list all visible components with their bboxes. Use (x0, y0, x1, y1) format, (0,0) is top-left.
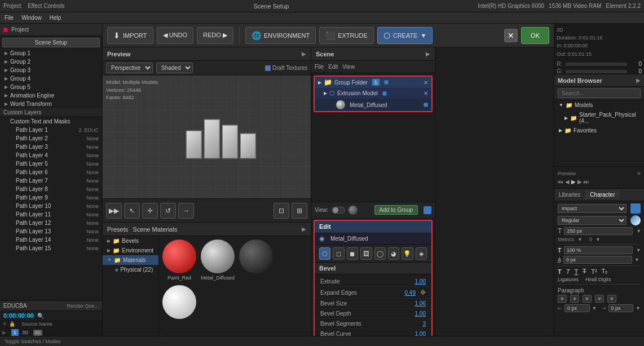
add-tool[interactable]: ✛ (142, 203, 158, 219)
play-button[interactable]: ▶▶ (106, 203, 122, 219)
mb-favorites-folder[interactable]: ▶ 📁 Favorites (554, 126, 644, 135)
bold-btn[interactable]: T (558, 268, 562, 275)
scene-view-menu[interactable]: View (342, 64, 355, 70)
material-type-btn[interactable]: ◻ (333, 247, 344, 260)
prev-frame-icon[interactable]: ◀ (565, 179, 570, 185)
h-scale-arrow-icon[interactable]: ▼ (636, 247, 641, 253)
align-justify-btn[interactable]: ≡ (595, 295, 604, 303)
search-icon[interactable]: 🔍 (37, 313, 44, 319)
path-layer-10[interactable]: Path Layer 10 None (0, 202, 102, 210)
skip-start-icon[interactable]: ⏮ (558, 179, 563, 185)
perspective-dropdown[interactable]: Perspective (106, 63, 153, 73)
scene-file-menu[interactable]: File (315, 64, 324, 70)
create-button[interactable]: ⬡ CREATE ▼ (377, 27, 433, 44)
indent-r-arrow-icon[interactable]: ▼ (636, 305, 641, 311)
bevel-icon-btn[interactable]: ⬡ (319, 247, 330, 260)
environment-button[interactable]: 🌐 ENVIRONMENT (245, 27, 316, 44)
materials-expand-icon[interactable]: ▶ (302, 226, 306, 232)
material-metal-diffused[interactable]: Metal_Diffused (201, 239, 235, 281)
play-icon[interactable]: ▶ (571, 179, 576, 185)
font-size-input[interactable] (564, 227, 633, 235)
shaded-dropdown[interactable]: Shaded (156, 63, 193, 73)
align-left-btn[interactable]: ≡ (558, 295, 567, 303)
superscript-btn[interactable]: T² (591, 268, 597, 275)
path-layer-1[interactable]: Path Layer 1 2. EDUC (0, 126, 102, 134)
ligatures-btn[interactable]: Ligatures (558, 277, 579, 282)
tree-animation-engine[interactable]: ▶ Animation Engine (0, 91, 102, 100)
view-toggle[interactable] (332, 207, 345, 214)
custom-layers-header[interactable]: Custom Layers (0, 108, 102, 117)
scene-setup-button[interactable]: Scene Setup (2, 38, 100, 47)
metrics-arrow-icon[interactable]: ▼ (577, 237, 583, 242)
underline-btn[interactable]: T (574, 268, 578, 275)
redo-button[interactable]: REDO ▶ (197, 27, 233, 44)
libraries-tab[interactable]: Libraries (554, 190, 585, 199)
sphere-btn[interactable]: ◯ (374, 247, 386, 260)
lamp-btn[interactable]: 💡 (402, 247, 413, 260)
scene-expand-icon[interactable]: ▶ (426, 51, 430, 57)
material-white[interactable] (162, 285, 196, 321)
ok-button[interactable]: OK (521, 27, 549, 44)
zero-arrow-icon[interactable]: ▼ (596, 237, 601, 242)
align-right-btn[interactable]: ≡ (583, 295, 592, 303)
strikethrough-btn[interactable]: T̶ (583, 268, 586, 275)
light-btn[interactable]: ◕ (388, 247, 399, 260)
material-paint-red[interactable]: Paint_Red (162, 239, 196, 281)
texture-btn[interactable]: ◼ (347, 247, 358, 260)
baseline-input[interactable] (563, 256, 632, 264)
tree-custom-text-masks[interactable]: Custom Text and Masks (0, 117, 102, 126)
metal-diffused-row[interactable]: Metal_Diffused (315, 99, 431, 111)
grid-view-btn[interactable]: ⊡ (274, 203, 289, 219)
baseline-arrow-icon[interactable]: ▼ (634, 257, 639, 263)
group-folder-row[interactable]: ▶ 📁 Group Folder 1 ✕ (315, 77, 431, 88)
font-family-select[interactable]: Impact (558, 204, 627, 213)
path-layer-3[interactable]: Path Layer 3 None (0, 143, 102, 151)
preset-physical[interactable]: ■ Physical (22) (103, 265, 158, 274)
preview-expand-icon[interactable]: ▶ (302, 51, 306, 57)
layout-btn[interactable]: ⊞ (292, 203, 307, 219)
subscript-btn[interactable]: T₂ (602, 268, 608, 275)
font-size-arrow-icon[interactable]: ▼ (636, 228, 641, 234)
next-frame-icon[interactable]: ▶ (577, 179, 582, 185)
tree-group4[interactable]: ▶ Group 4 (0, 74, 102, 83)
horizontal-scale-input[interactable] (564, 246, 633, 254)
indent-left-input[interactable] (564, 304, 590, 312)
tree-group3[interactable]: ▶ Group 3 (0, 66, 102, 74)
extrude-button[interactable]: ⬛ EXTRUDE (319, 27, 374, 44)
extrusion-model-row[interactable]: ▶ ⬡ Extrusion Model ✕ (315, 88, 431, 99)
model-browser-expand-icon[interactable]: ▶ (636, 77, 641, 83)
import-button[interactable]: ⬇ IMPORT (107, 27, 153, 44)
draft-textures-check[interactable]: Draft Textures (265, 65, 307, 71)
undo-button[interactable]: ◀ UNDO (157, 27, 193, 44)
path-layer-7[interactable]: Path Layer 7 None (0, 176, 102, 185)
reflect-btn[interactable]: ◈ (416, 247, 427, 260)
path-layer-8[interactable]: Path Layer 8 None (0, 185, 102, 193)
draft-textures-checkbox[interactable] (265, 65, 271, 71)
path-layer-2[interactable]: Path Layer 2 None (0, 134, 102, 143)
tree-group2[interactable]: ▶ Group 2 (0, 57, 102, 66)
path-layer-4[interactable]: Path Layer 4 None (0, 151, 102, 159)
skip-end-icon[interactable]: ⏭ (584, 179, 589, 185)
mb-models-folder[interactable]: ▼ 📁 Models (554, 100, 644, 110)
font-weight-select[interactable]: Regular (558, 216, 627, 225)
path-layer-5[interactable]: Path Layer 5 None (0, 159, 102, 168)
select-tool[interactable]: ↖ (124, 203, 140, 219)
rotate-tool[interactable]: ↺ (160, 203, 176, 219)
path-layer-11[interactable]: Path Layer 11 None (0, 210, 102, 219)
close-button[interactable]: ✕ (504, 29, 518, 42)
search-input[interactable] (558, 88, 641, 98)
italic-btn[interactable]: T (566, 268, 570, 275)
move-icon[interactable]: ✥ (420, 289, 426, 296)
arrow-tool[interactable]: → (178, 203, 194, 219)
preview-menu-icon[interactable]: ≡ (637, 170, 641, 176)
add-to-group-button[interactable]: Add to Group (374, 205, 418, 215)
env-btn[interactable]: 🖼 (360, 247, 372, 260)
menu-help[interactable]: Help (50, 15, 61, 21)
preset-bevels[interactable]: ▶ 📁 Bevels (103, 236, 158, 246)
preset-materials[interactable]: ▼ 📁 Materials (103, 255, 158, 265)
tree-world-transform[interactable]: ▶ World Transform (0, 100, 102, 108)
character-tab[interactable]: Character (585, 190, 620, 199)
tree-group5[interactable]: ▶ Group 5 (0, 83, 102, 91)
indent-l-arrow-icon[interactable]: ▼ (592, 305, 597, 311)
mb-starter-pack[interactable]: ▶ 📁 Starter_Pack_Physical (4... (554, 110, 644, 126)
